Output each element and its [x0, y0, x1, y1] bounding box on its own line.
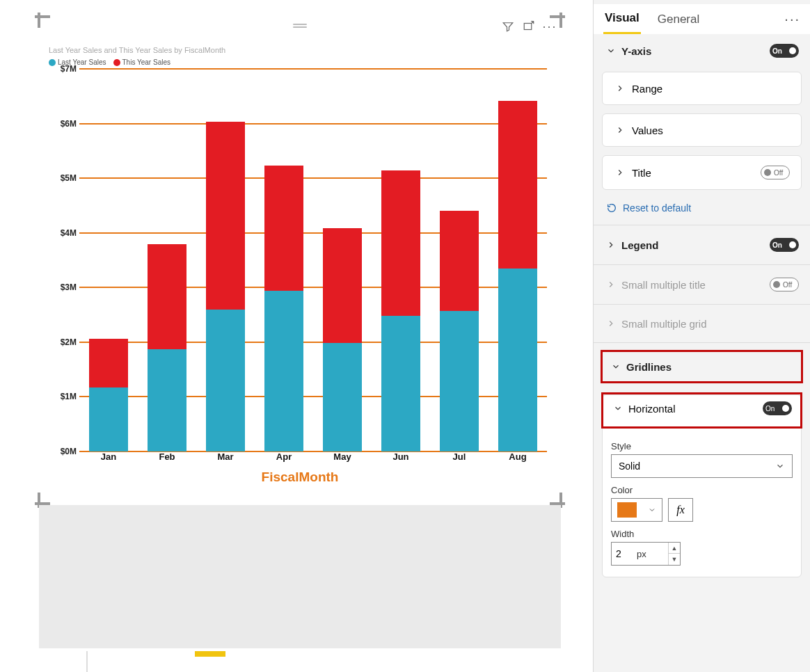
bar-segment-series2[interactable] [381, 170, 420, 316]
format-more-icon[interactable]: ··· [784, 11, 800, 27]
bar-segment-series1[interactable] [89, 387, 128, 451]
horizontal-label: Horizontal [628, 403, 676, 415]
card-axis-title[interactable]: Title [602, 155, 802, 190]
bar-group[interactable] [498, 69, 537, 451]
horizontal-toggle[interactable] [763, 401, 792, 415]
reset-to-default[interactable]: Reset to default [594, 194, 810, 222]
bar-group[interactable] [148, 69, 186, 451]
highlight-gridlines-section: Gridlines [601, 350, 803, 383]
chart-legend: Last Year Sales This Year Sales [39, 54, 561, 69]
bar-segment-series2[interactable] [323, 228, 362, 343]
chevron-right-icon [614, 124, 626, 136]
width-input[interactable] [612, 548, 637, 559]
y-axis-toggle[interactable] [770, 44, 799, 58]
section-small-multiple-grid: Small multiple grid [594, 307, 810, 339]
chart-plot: $0M$1M$2M$3M$4M$5M$6M$7M JanFebMarAprMay… [49, 69, 547, 465]
bar-segment-series2[interactable] [264, 166, 303, 291]
y-axis-label: Y-axis [621, 45, 651, 57]
width-spinner[interactable]: px ▲ ▼ [611, 542, 681, 566]
x-tick-label: Apr [264, 451, 303, 465]
chart-title: Last Year Sales and This Year Sales by F… [39, 33, 561, 54]
x-tick-label: Mar [206, 451, 245, 465]
section-gridlines[interactable]: Gridlines [603, 352, 801, 381]
tab-general[interactable]: General [656, 6, 701, 33]
y-tick-label: $4M [49, 228, 77, 238]
x-axis-title: FiscalMonth [39, 465, 561, 485]
width-label: Width [611, 522, 793, 542]
style-label: Style [611, 434, 793, 454]
bar-segment-series2[interactable] [498, 101, 537, 269]
color-label: Color [611, 478, 793, 498]
y-tick-label: $3M [49, 282, 77, 292]
x-tick-label: May [323, 451, 362, 465]
y-tick-label: $6M [49, 119, 77, 129]
bar-segment-series1[interactable] [264, 291, 303, 451]
range-label: Range [632, 83, 662, 95]
highlight-horizontal-row: Horizontal [601, 392, 802, 429]
more-options-icon[interactable]: ··· [543, 19, 557, 33]
y-tick-label: $2M [49, 337, 77, 347]
legend-toggle[interactable] [770, 238, 799, 252]
x-tick-label: Feb [148, 451, 186, 465]
gridlines-horizontal-header[interactable]: Horizontal [612, 401, 792, 419]
format-tab-bar: Visual General ··· [594, 4, 810, 34]
bar-group[interactable] [89, 69, 128, 451]
bar-segment-series1[interactable] [323, 343, 362, 451]
bar-segment-series1[interactable] [148, 349, 186, 451]
spinner-down-icon[interactable]: ▼ [669, 554, 680, 565]
fx-button[interactable]: fx [668, 498, 693, 522]
small-multiple-grid-label: Small multiple grid [621, 318, 707, 330]
bar-segment-series2[interactable] [206, 122, 245, 310]
bar-group[interactable] [264, 69, 303, 451]
bar-group[interactable] [323, 69, 362, 451]
chevron-down-icon [612, 402, 624, 415]
card-range[interactable]: Range [602, 72, 802, 105]
bar-segment-series1[interactable] [440, 311, 479, 451]
bar-segment-series2[interactable] [148, 244, 186, 349]
drag-handle-icon[interactable] [293, 24, 307, 28]
y-tick-label: $5M [49, 173, 77, 183]
card-gridlines-horizontal: Horizontal Style Solid Color fx Width [602, 394, 802, 577]
visual-container[interactable]: ··· Last Year Sales and This Year Sales … [39, 17, 561, 504]
section-small-multiple-title: Small multiple title [594, 268, 810, 301]
bar-segment-series1[interactable] [498, 269, 537, 451]
bar-segment-series1[interactable] [206, 310, 245, 451]
legend-section-label: Legend [621, 239, 658, 251]
axis-title-label: Title [632, 167, 651, 179]
section-legend[interactable]: Legend [594, 228, 810, 262]
color-swatch [617, 502, 637, 518]
reset-label: Reset to default [623, 202, 691, 214]
values-label: Values [632, 125, 663, 136]
focus-mode-icon[interactable] [522, 19, 536, 33]
bar-group[interactable] [206, 69, 245, 451]
color-picker[interactable] [611, 498, 662, 522]
chevron-right-icon [614, 82, 626, 95]
bar-segment-series2[interactable] [440, 211, 479, 310]
chevron-right-icon [614, 166, 626, 179]
tab-visual[interactable]: Visual [603, 4, 641, 34]
chevron-right-icon [605, 317, 617, 330]
axis-title-toggle[interactable] [761, 166, 790, 179]
x-tick-label: Aug [498, 451, 537, 465]
section-y-axis[interactable]: Y-axis [594, 34, 810, 67]
y-tick-label: $0M [49, 447, 77, 456]
svg-rect-0 [524, 24, 532, 30]
style-value: Solid [619, 461, 640, 472]
bar-segment-series2[interactable] [89, 339, 128, 387]
chevron-down-icon [775, 461, 785, 471]
style-dropdown[interactable]: Solid [611, 454, 793, 478]
report-canvas: ··· Last Year Sales and This Year Sales … [0, 0, 593, 672]
bar-segment-series1[interactable] [381, 316, 420, 451]
card-values[interactable]: Values [602, 113, 802, 147]
small-multiple-title-toggle [770, 278, 799, 291]
bar-group[interactable] [440, 69, 479, 451]
x-tick-label: Jan [89, 451, 128, 465]
bar-group[interactable] [381, 69, 420, 451]
legend-label-2: This Year Sales [122, 58, 171, 66]
filter-icon[interactable] [501, 19, 515, 33]
spinner-up-icon[interactable]: ▲ [669, 543, 680, 554]
page-tab-indicator[interactable] [195, 651, 225, 657]
y-tick-label: $1M [49, 392, 77, 401]
small-multiple-title-label: Small multiple title [621, 279, 706, 291]
chevron-right-icon [605, 239, 617, 251]
